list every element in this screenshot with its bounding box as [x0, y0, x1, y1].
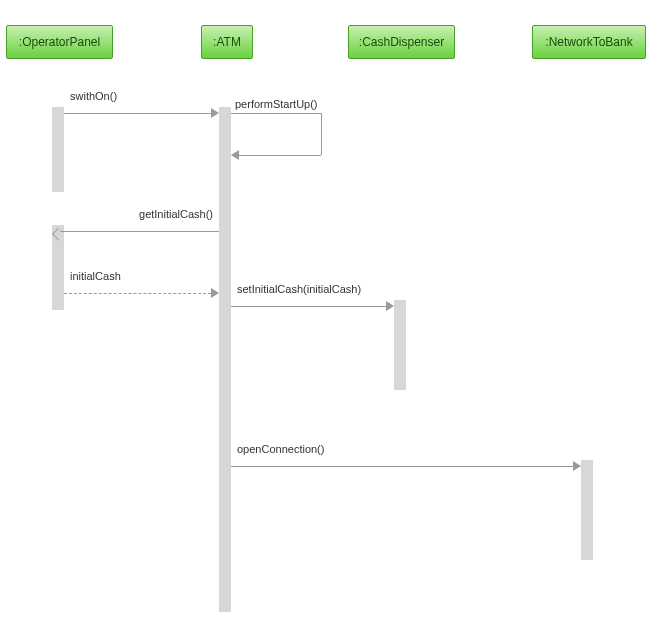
message-label: openConnection() — [237, 443, 324, 455]
message-switchon: swithOn() — [64, 105, 219, 123]
message-label: getInitialCash() — [139, 208, 213, 220]
lifeline-atm: :ATM — [201, 25, 253, 59]
lifeline-networktobank: :NetworkToBank — [532, 25, 646, 59]
message-line — [231, 306, 386, 307]
self-line-right — [321, 113, 322, 155]
message-label: initialCash — [70, 270, 121, 282]
self-line-bottom — [239, 155, 321, 156]
lifeline-label: :CashDispenser — [359, 35, 444, 49]
message-line-dashed — [64, 293, 211, 294]
lifeline-label: :OperatorPanel — [19, 35, 100, 49]
message-label: performStartUp() — [235, 98, 318, 110]
activation-operator-1 — [52, 107, 64, 192]
arrow-right-icon — [386, 301, 394, 311]
message-line — [64, 113, 211, 114]
message-setinitialcash: setInitialCash(initialCash) — [231, 298, 394, 316]
activation-atm-main — [219, 107, 231, 612]
arrow-left-icon — [231, 150, 239, 160]
message-label: swithOn() — [70, 90, 117, 102]
arrow-right-icon — [211, 108, 219, 118]
message-openconnection: openConnection() — [231, 458, 581, 476]
message-line — [60, 231, 219, 232]
activation-networktobank — [581, 460, 593, 560]
message-label: setInitialCash(initialCash) — [237, 283, 361, 295]
arrow-right-icon — [573, 461, 581, 471]
message-initialcash-return: initialCash — [64, 285, 219, 303]
lifeline-operatorpanel: :OperatorPanel — [6, 25, 113, 59]
message-line — [231, 466, 573, 467]
activation-cashdispenser — [394, 300, 406, 390]
message-getinitialcash: getInitialCash() — [52, 223, 219, 241]
lifeline-label: :NetworkToBank — [545, 35, 632, 49]
self-line-top — [231, 113, 321, 114]
arrow-right-icon — [211, 288, 219, 298]
arrow-left-open-icon — [52, 228, 65, 241]
lifeline-cashdispenser: :CashDispenser — [348, 25, 455, 59]
lifeline-label: :ATM — [213, 35, 241, 49]
